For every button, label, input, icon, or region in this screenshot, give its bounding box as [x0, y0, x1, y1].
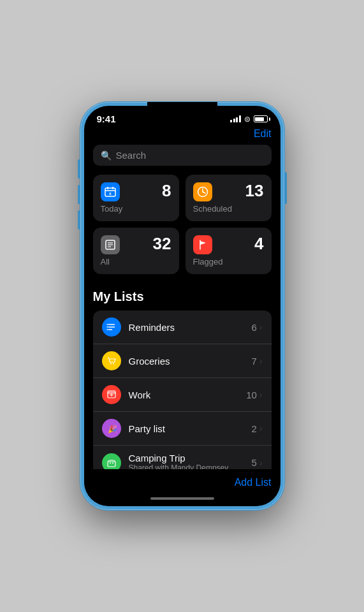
- camping-name-wrap: Camping Trip Shared with Mandy Dempsey: [129, 453, 244, 469]
- groceries-name: Groceries: [129, 356, 244, 367]
- notch: [147, 102, 217, 117]
- svg-point-27: [110, 462, 111, 463]
- reminders-right: 6 ›: [251, 322, 262, 333]
- today-count: 8: [162, 182, 171, 199]
- party-chevron: ›: [259, 423, 263, 433]
- tile-scheduled-top: 13: [193, 182, 264, 201]
- header-row: Edit: [93, 127, 272, 145]
- svg-text:🎉: 🎉: [108, 424, 117, 433]
- home-indicator: [84, 493, 280, 506]
- my-lists-title: My Lists: [93, 289, 272, 304]
- all-icon: [101, 235, 120, 254]
- party-name: Party list: [129, 423, 244, 434]
- smart-tiles: 8 8 Today: [93, 175, 272, 274]
- battery-icon: [254, 115, 268, 122]
- scheduled-label: Scheduled: [193, 204, 264, 214]
- camping-right: 5 ›: [251, 457, 262, 468]
- home-bar: [150, 497, 214, 500]
- camping-chevron: ›: [259, 458, 263, 468]
- footer: Add List: [84, 469, 280, 493]
- reminders-chevron: ›: [259, 322, 263, 332]
- list-item-party[interactable]: 🎉 Party list 2 ›: [93, 412, 272, 446]
- party-icon: 🎉: [102, 419, 121, 438]
- tile-flagged[interactable]: 4 Flagged: [186, 228, 272, 274]
- list-item-reminders[interactable]: Reminders 6 ›: [93, 310, 272, 344]
- tile-all[interactable]: 32 All: [93, 228, 179, 274]
- tile-today-top: 8 8: [101, 182, 171, 201]
- work-count: 10: [246, 390, 257, 400]
- edit-button[interactable]: Edit: [254, 128, 272, 140]
- tile-all-top: 32: [101, 235, 171, 254]
- tile-today[interactable]: 8 8 Today: [93, 175, 179, 221]
- camping-icon: [102, 453, 121, 470]
- camping-count: 5: [251, 457, 256, 468]
- groceries-name-wrap: Groceries: [129, 356, 244, 367]
- reminders-name-wrap: Reminders: [129, 322, 244, 333]
- svg-point-20: [113, 363, 114, 365]
- svg-point-18: [106, 329, 108, 330]
- svg-rect-26: [108, 462, 115, 467]
- party-name-wrap: Party list: [129, 423, 244, 434]
- search-placeholder: Search: [116, 150, 147, 161]
- svg-text:8: 8: [109, 192, 112, 196]
- battery-fill: [255, 117, 264, 121]
- scheduled-icon: [193, 182, 212, 201]
- list-item-work[interactable]: Work 10 ›: [93, 378, 272, 412]
- work-chevron: ›: [259, 390, 263, 400]
- today-label: Today: [101, 204, 171, 214]
- search-bar[interactable]: 🔍 Search: [93, 145, 272, 166]
- list-item-camping[interactable]: Camping Trip Shared with Mandy Dempsey 5…: [93, 446, 272, 469]
- today-icon: 8: [101, 182, 120, 201]
- party-count: 2: [251, 423, 256, 434]
- party-right: 2 ›: [251, 423, 262, 434]
- reminders-icon: [102, 317, 121, 337]
- reminders-name: Reminders: [129, 322, 244, 333]
- svg-point-17: [106, 326, 108, 328]
- groceries-icon: [102, 351, 121, 370]
- groceries-count: 7: [251, 356, 256, 367]
- list-item-groceries[interactable]: Groceries 7 ›: [93, 344, 272, 378]
- work-name: Work: [129, 390, 239, 400]
- svg-point-16: [106, 324, 108, 325]
- svg-point-28: [112, 462, 113, 463]
- search-icon: 🔍: [101, 150, 112, 161]
- add-list-button[interactable]: Add List: [235, 477, 272, 488]
- svg-point-19: [110, 363, 112, 365]
- phone-screen: 9:41 ⊜ Edit 🔍 Search: [84, 106, 280, 506]
- camping-subtitle: Shared with Mandy Dempsey: [129, 463, 244, 469]
- status-time: 9:41: [97, 113, 116, 124]
- all-count: 32: [153, 235, 171, 252]
- main-content: Edit 🔍 Search: [84, 127, 280, 469]
- tile-flagged-top: 4: [193, 235, 264, 254]
- flagged-icon: [193, 235, 212, 254]
- all-label: All: [101, 257, 171, 266]
- work-name-wrap: Work: [129, 390, 239, 400]
- flagged-count: 4: [254, 235, 263, 252]
- phone-frame: 9:41 ⊜ Edit 🔍 Search: [80, 102, 284, 510]
- work-icon: [102, 385, 121, 404]
- lists-container: Reminders 6 ›: [93, 310, 272, 469]
- scheduled-count: 13: [245, 182, 264, 199]
- camping-name: Camping Trip: [129, 453, 244, 463]
- groceries-right: 7 ›: [251, 356, 262, 367]
- signal-icon: [230, 115, 241, 122]
- status-icons: ⊜: [230, 115, 268, 124]
- work-right: 10 ›: [246, 390, 262, 400]
- svg-line-7: [203, 192, 205, 193]
- wifi-icon: ⊜: [244, 115, 251, 124]
- flagged-label: Flagged: [193, 257, 264, 266]
- reminders-count: 6: [251, 322, 256, 333]
- groceries-chevron: ›: [259, 356, 263, 366]
- tile-scheduled[interactable]: 13 Scheduled: [186, 175, 272, 221]
